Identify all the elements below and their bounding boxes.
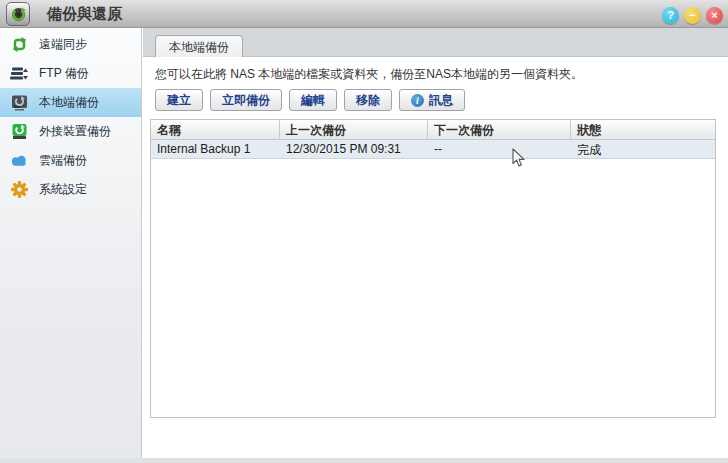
sidebar-item-label: 遠端同步 bbox=[39, 36, 87, 53]
window-bottom-edge bbox=[0, 458, 728, 463]
edit-button[interactable]: 編輯 bbox=[289, 89, 337, 111]
backup-restore-app-icon bbox=[10, 6, 27, 23]
tab-strip: 本地端備份 bbox=[143, 28, 728, 57]
sidebar-item-label: 外接裝置備份 bbox=[39, 123, 111, 140]
info-icon: i bbox=[411, 94, 424, 107]
backup-now-button[interactable]: 立即備份 bbox=[210, 89, 282, 111]
system-settings-icon bbox=[10, 181, 28, 199]
sidebar-item-local-backup[interactable]: 本地端備份 bbox=[0, 88, 141, 117]
window-title: 備份與還原 bbox=[47, 5, 122, 24]
local-backup-icon bbox=[10, 94, 28, 112]
sidebar-item-ftp-backup[interactable]: FTP 備份 bbox=[0, 59, 141, 88]
sidebar-item-system-settings[interactable]: 系統設定 bbox=[0, 175, 141, 204]
cloud-backup-icon bbox=[10, 152, 28, 170]
info-button-label: 訊息 bbox=[429, 92, 453, 109]
cell-last-backup: 12/30/2015 PM 09:31 bbox=[280, 140, 428, 158]
close-button[interactable]: × bbox=[706, 7, 723, 24]
ftp-backup-icon bbox=[10, 65, 28, 83]
tab-local-backup[interactable]: 本地端備份 bbox=[155, 35, 243, 58]
sidebar-item-cloud-backup[interactable]: 雲端備份 bbox=[0, 146, 141, 175]
help-button[interactable]: ? bbox=[662, 7, 679, 24]
sidebar-item-external-device-backup[interactable]: 外接裝置備份 bbox=[0, 117, 141, 146]
column-header-last-backup[interactable]: 上一次備份 bbox=[280, 120, 428, 139]
main-content: 您可以在此將 NAS 本地端的檔案或資料夾，備份至NAS本地端的另一個資料夾。 … bbox=[143, 57, 728, 463]
sidebar-item-label: 雲端備份 bbox=[39, 152, 87, 169]
backup-jobs-table: 名稱 上一次備份 下一次備份 狀態 Internal Backup 1 12/3… bbox=[150, 119, 716, 418]
window-controls: ? − × bbox=[662, 7, 723, 24]
remote-sync-icon bbox=[10, 36, 28, 54]
sidebar-list: 遠端同步 FTP 備份 bbox=[0, 28, 141, 204]
title-bar: 備份與還原 ? − × bbox=[0, 0, 728, 28]
column-header-name[interactable]: 名稱 bbox=[151, 120, 280, 139]
external-device-icon bbox=[10, 123, 28, 141]
create-button[interactable]: 建立 bbox=[155, 89, 203, 111]
sidebar-item-label: FTP 備份 bbox=[39, 65, 89, 82]
cell-next-backup: -- bbox=[428, 140, 571, 158]
info-button[interactable]: i 訊息 bbox=[399, 89, 465, 111]
column-header-next-backup[interactable]: 下一次備份 bbox=[428, 120, 571, 139]
cell-name: Internal Backup 1 bbox=[151, 140, 280, 158]
sidebar-item-label: 系統設定 bbox=[39, 181, 87, 198]
column-header-status[interactable]: 狀態 bbox=[571, 120, 715, 139]
sidebar-item-remote-sync[interactable]: 遠端同步 bbox=[0, 30, 141, 59]
remove-button[interactable]: 移除 bbox=[344, 89, 392, 111]
cell-status: 完成 bbox=[571, 140, 715, 158]
minimize-button[interactable]: − bbox=[684, 7, 701, 24]
sidebar-item-label: 本地端備份 bbox=[39, 94, 99, 111]
app-icon bbox=[6, 2, 30, 26]
table-row[interactable]: Internal Backup 1 12/30/2015 PM 09:31 --… bbox=[151, 140, 715, 159]
table-header: 名稱 上一次備份 下一次備份 狀態 bbox=[151, 120, 715, 140]
toolbar: 建立 立即備份 編輯 移除 i 訊息 bbox=[155, 89, 465, 111]
backup-restore-window: 備份與還原 ? − × 遠端同步 bbox=[0, 0, 728, 463]
sidebar: 遠端同步 FTP 備份 bbox=[0, 28, 142, 458]
description-text: 您可以在此將 NAS 本地端的檔案或資料夾，備份至NAS本地端的另一個資料夾。 bbox=[155, 66, 715, 83]
